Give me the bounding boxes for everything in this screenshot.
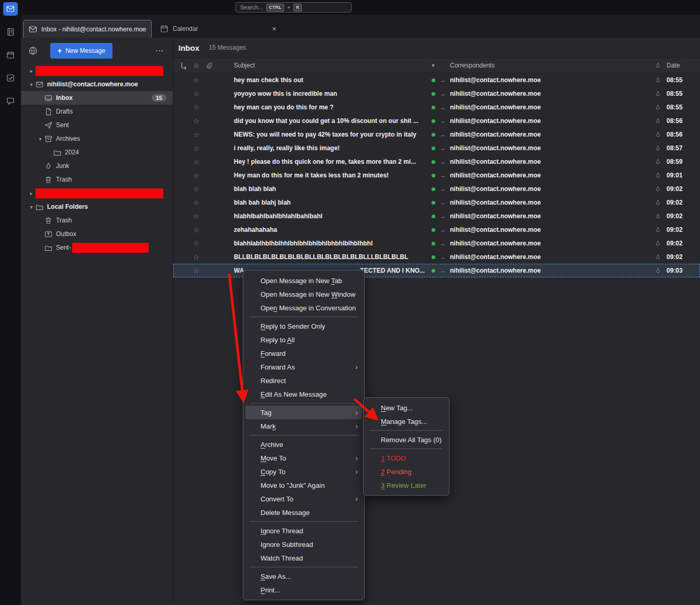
thread-column-button[interactable]	[177, 61, 190, 70]
tag-menu-item-2-pending[interactable]: 2 Pending	[366, 465, 447, 478]
tag-menu-item-1-todo[interactable]: 1 TODO	[366, 451, 447, 465]
chevron-right-icon[interactable]	[27, 191, 36, 196]
global-search[interactable]: Search... CTRL + K	[235, 2, 352, 13]
junk-status-icon[interactable]	[651, 131, 664, 138]
junk-status-icon[interactable]	[651, 159, 664, 165]
folder-row-trash[interactable]: Trash	[21, 214, 173, 227]
menu-item-move-to-junk-again[interactable]: Move to "Junk" Again	[245, 478, 362, 492]
message-row[interactable]: blahhlablhblhblhhlbhlbhlbhlbhlbhbhlblhbl…	[173, 237, 700, 250]
tag-menu-item-new-tag[interactable]: New Tag...	[366, 401, 447, 414]
folder-row-redacted[interactable]	[21, 64, 173, 77]
chevron-down-icon[interactable]	[27, 204, 36, 210]
folder-row-redacted[interactable]	[21, 186, 173, 200]
menu-item-open-message-in-conversation[interactable]: Open Message in Conversation	[245, 301, 362, 315]
menu-item-edit-as-new-message[interactable]: Edit As New Message	[245, 387, 362, 401]
junk-status-icon[interactable]	[651, 199, 664, 206]
tag-menu-item-manage-tags[interactable]: Manage Tags...	[366, 414, 447, 428]
star-icon[interactable]	[190, 240, 202, 248]
message-row[interactable]: blah blah blahnihilist@contact.nowhere.m…	[173, 182, 700, 196]
menu-item-convert-to[interactable]: Convert To	[245, 492, 362, 506]
star-icon[interactable]	[190, 172, 202, 180]
globe-icon[interactable]	[28, 46, 38, 55]
chevron-down-icon[interactable]	[36, 136, 44, 142]
folder-row-outbox[interactable]: Outbox	[21, 227, 173, 241]
message-row[interactable]: yoyoyo wow this is incredible mannihilis…	[173, 87, 700, 100]
star-icon[interactable]	[190, 90, 202, 98]
star-icon[interactable]	[190, 144, 202, 152]
close-icon[interactable]	[270, 25, 278, 33]
folder-row-drafts[interactable]: Drafts	[21, 105, 173, 118]
chevron-right-icon[interactable]	[27, 68, 36, 74]
unread-column-icon[interactable]	[429, 62, 437, 69]
tag-menu-item-3-review-later[interactable]: 3 Review Later	[366, 478, 447, 492]
star-icon[interactable]	[190, 104, 202, 111]
star-icon[interactable]	[190, 212, 202, 220]
message-row[interactable]: blah bah blahj blahnihilist@contact.nowh…	[173, 196, 700, 209]
star-icon[interactable]	[190, 253, 202, 261]
message-row[interactable]: i really, really, really like this image…	[173, 141, 700, 155]
menu-item-copy-to[interactable]: Copy To	[245, 465, 362, 478]
message-row[interactable]: Hey ! please do this quick one for me, t…	[173, 155, 700, 169]
star-icon[interactable]	[190, 199, 202, 207]
message-row[interactable]: hlabhlbahlbahlbhlahlbahlbahlnihilist@con…	[173, 209, 700, 223]
junk-status-icon[interactable]	[651, 240, 664, 247]
calendar-space-button[interactable]	[3, 48, 18, 62]
junk-status-icon[interactable]	[651, 77, 664, 84]
tab-inbox[interactable]: Inbox - nihilist@contact.nowhere.moe	[23, 20, 152, 38]
date-column-header[interactable]: Date	[664, 62, 697, 69]
correspondents-column-header[interactable]: Correspondents	[448, 62, 651, 69]
junk-status-icon[interactable]	[651, 172, 664, 179]
tasks-space-button[interactable]	[3, 71, 18, 85]
menu-item-forward[interactable]: Forward	[245, 346, 362, 360]
folder-row-junk[interactable]: Junk	[21, 159, 173, 173]
menu-item-mark[interactable]: Mark	[245, 419, 362, 433]
folder-row-sent[interactable]: Sent	[21, 118, 173, 132]
attachment-column-button[interactable]	[202, 62, 215, 69]
folder-row-inbox[interactable]: Inbox15	[21, 91, 173, 105]
folder-row-2024[interactable]: 2024	[21, 145, 173, 159]
junk-status-icon[interactable]	[651, 227, 664, 233]
junk-status-icon[interactable]	[651, 186, 664, 193]
star-column-icon[interactable]	[190, 62, 202, 70]
menu-item-ignore-subthread[interactable]: Ignore Subthread	[245, 537, 362, 551]
message-row[interactable]: zehahahahahanihilist@contact.nowhere.moe…	[173, 223, 700, 237]
mail-space-button[interactable]	[3, 2, 18, 16]
menu-item-move-to[interactable]: Move To	[245, 451, 362, 465]
message-row[interactable]: Hey man do this for me it takes less tha…	[173, 169, 700, 182]
menu-item-print[interactable]: Print...	[245, 583, 362, 597]
message-row[interactable]: hey man check this outnihilist@contact.n…	[173, 73, 700, 87]
menu-item-ignore-thread[interactable]: Ignore Thread	[245, 524, 362, 537]
menu-item-redirect[interactable]: Redirect	[245, 374, 362, 387]
star-icon[interactable]	[190, 131, 202, 139]
message-row[interactable]: BLLBLBLBLBLBLBLBLBLLBLBLBLBLBLBLLLBLBLBL…	[173, 250, 700, 264]
chevron-down-icon[interactable]	[27, 82, 36, 87]
star-icon[interactable]	[190, 267, 202, 275]
star-icon[interactable]	[190, 117, 202, 125]
new-message-button[interactable]: New Message	[50, 43, 112, 59]
more-options-icon[interactable]	[153, 46, 165, 55]
chat-space-button[interactable]	[3, 94, 18, 108]
address-book-space-button[interactable]	[3, 25, 18, 39]
junk-status-icon[interactable]	[651, 104, 664, 111]
menu-item-reply-to-all[interactable]: Reply to All	[245, 333, 362, 346]
menu-item-forward-as[interactable]: Forward As	[245, 360, 362, 374]
tag-menu-item-remove-all-tags-0[interactable]: Remove All Tags (0)	[366, 433, 447, 446]
menu-item-open-message-in-new-window[interactable]: Open Message in New Window	[245, 287, 362, 301]
junk-status-icon[interactable]	[651, 254, 664, 261]
message-row[interactable]: did you know that you could get a 10% di…	[173, 114, 700, 128]
folder-row-local-folders[interactable]: Local Folders	[21, 200, 173, 214]
junk-column-icon[interactable]	[651, 62, 664, 69]
junk-status-icon[interactable]	[651, 213, 664, 220]
message-row[interactable]: hey man can you do this for me ?nihilist…	[173, 100, 700, 114]
star-icon[interactable]	[190, 226, 202, 234]
message-row[interactable]: NEWS: you will need to pay 42% taxes for…	[173, 128, 700, 141]
star-icon[interactable]	[190, 185, 202, 193]
star-icon[interactable]	[190, 76, 202, 84]
junk-status-icon[interactable]	[651, 118, 664, 125]
junk-status-icon[interactable]	[651, 267, 664, 274]
menu-item-watch-thread[interactable]: Watch Thread	[245, 551, 362, 565]
folder-row-trash[interactable]: Trash	[21, 173, 173, 186]
junk-status-icon[interactable]	[651, 145, 664, 152]
tab-calendar[interactable]: Calendar	[155, 20, 284, 38]
menu-item-open-message-in-new-tab[interactable]: Open Message in New Tab	[245, 274, 362, 287]
